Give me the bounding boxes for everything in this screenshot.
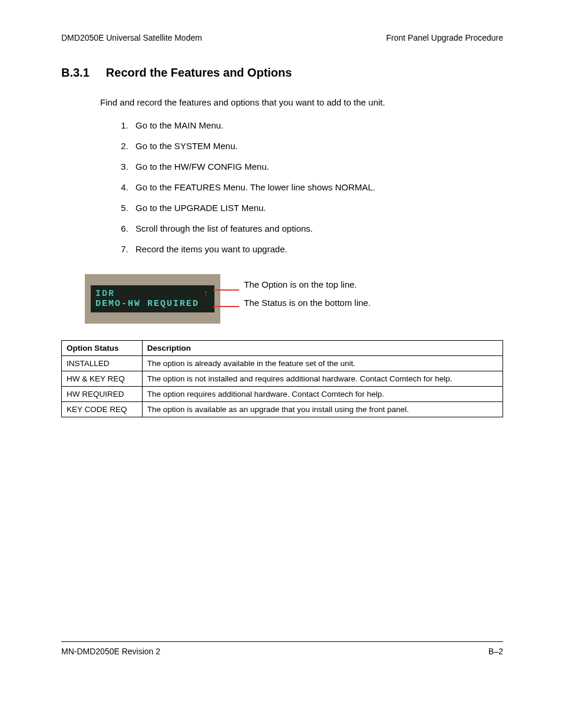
table-row: HW & KEY REQ The option is not installed…: [62, 371, 503, 387]
steps-list: Go to the MAIN Menu. Go to the SYSTEM Me…: [131, 120, 503, 254]
option-status-table: Option Status Description INSTALLED The …: [61, 340, 503, 417]
table-cell: HW & KEY REQ: [62, 371, 143, 387]
table-cell: HW REQUIRED: [62, 387, 143, 402]
list-item: Go to the MAIN Menu.: [131, 120, 503, 130]
section-number: B.3.1: [61, 66, 90, 80]
figure-block: IDR ↑ DEMO-HW REQUIRED The Option is on …: [85, 274, 503, 324]
table-row: KEY CODE REQ The option is available as …: [62, 402, 503, 417]
section-heading: B.3.1 Record the Features and Options: [61, 66, 503, 80]
table-cell: The option is available as an upgrade th…: [142, 402, 503, 417]
table-cell: INSTALLED: [62, 356, 143, 371]
page-footer: MN-DMD2050E Revision 2 B–2: [61, 641, 503, 656]
table-cell: KEY CODE REQ: [62, 402, 143, 417]
legend-top: The Option is on the top line.: [244, 279, 371, 289]
leader-line-bottom: [213, 306, 239, 307]
header-right: Front Panel Upgrade Procedure: [386, 33, 503, 42]
header-left: DMD2050E Universal Satellite Modem: [61, 33, 202, 42]
table-row: HW REQUIRED The option requires addition…: [62, 387, 503, 402]
lcd-panel: IDR ↑ DEMO-HW REQUIRED: [85, 274, 220, 324]
list-item: Go to the SYSTEM Menu.: [131, 141, 503, 151]
list-item: Go to the HW/FW CONFIG Menu.: [131, 162, 503, 172]
table-cell: The option is already available in the f…: [142, 356, 503, 371]
table-cell: The option is not installed and requires…: [142, 371, 503, 387]
page-header: DMD2050E Universal Satellite Modem Front…: [61, 33, 503, 42]
table-cell: The option requires additional hardware.…: [142, 387, 503, 402]
legend-bottom: The Status is on the bottom line.: [244, 298, 371, 308]
table-header: Option Status: [62, 341, 143, 356]
lcd-option-text: IDR: [95, 289, 115, 299]
leader-line-top: [213, 289, 239, 291]
table-row: INSTALLED The option is already availabl…: [62, 356, 503, 371]
table-header: Description: [142, 341, 503, 356]
section-title: Record the Features and Options: [106, 66, 292, 80]
list-item: Go to the UPGRADE LIST Menu.: [131, 203, 503, 213]
footer-right: B–2: [488, 647, 503, 656]
list-item: Record the items you want to upgrade.: [131, 244, 503, 254]
intro-text: Find and record the features and options…: [100, 97, 503, 107]
list-item: Go to the FEATURES Menu. The lower line …: [131, 182, 503, 192]
list-item: Scroll through the list of features and …: [131, 223, 503, 233]
arrow-up-icon: ↑: [203, 289, 210, 299]
footer-left: MN-DMD2050E Revision 2: [61, 647, 160, 656]
lcd-status-text: DEMO-HW REQUIRED: [95, 299, 210, 309]
